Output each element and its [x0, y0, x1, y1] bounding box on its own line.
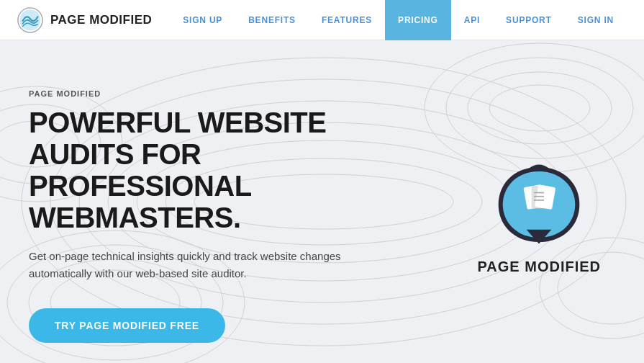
nav-item-api[interactable]: API: [451, 0, 493, 40]
nav-item-features[interactable]: FEATURES: [309, 0, 385, 40]
nav-item-pricing[interactable]: PRICING: [385, 0, 451, 40]
nav-item-signup[interactable]: SIGN UP: [170, 0, 235, 40]
brand-logo-large: PAGE MODIFIED: [477, 158, 601, 275]
hero-section: PAGE MODIFIED SIGN UP BENEFITS FEATURES …: [0, 0, 644, 363]
nav-item-benefits[interactable]: BENEFITS: [235, 0, 309, 40]
hero-title: POWERFUL WEBSITE AUDITS FOR PROFESSIONAL…: [29, 107, 403, 233]
hero-content: PAGE MODIFIED POWERFUL WEBSITE AUDITS FO…: [0, 40, 644, 363]
header: PAGE MODIFIED SIGN UP BENEFITS FEATURES …: [0, 0, 644, 40]
main-nav: SIGN UP BENEFITS FEATURES PRICING API SU…: [170, 0, 627, 40]
hero-brand-text: PAGE MODIFIED: [477, 259, 601, 275]
nav-item-support[interactable]: SUPPORT: [493, 0, 565, 40]
hero-logo-icon: [489, 158, 589, 251]
hero-left: PAGE MODIFIED POWERFUL WEBSITE AUDITS FO…: [29, 89, 403, 343]
hero-subtitle: PAGE MODIFIED: [29, 89, 403, 98]
cta-button[interactable]: TRY PAGE MODIFIED FREE: [29, 308, 225, 343]
logo-icon: [17, 7, 43, 33]
logo-text: PAGE MODIFIED: [50, 13, 152, 27]
nav-item-signin[interactable]: SIGN IN: [565, 0, 627, 40]
logo-area[interactable]: PAGE MODIFIED: [17, 7, 152, 33]
hero-right: PAGE MODIFIED: [477, 158, 615, 275]
hero-description: Get on-page technical insights quickly a…: [29, 248, 360, 282]
